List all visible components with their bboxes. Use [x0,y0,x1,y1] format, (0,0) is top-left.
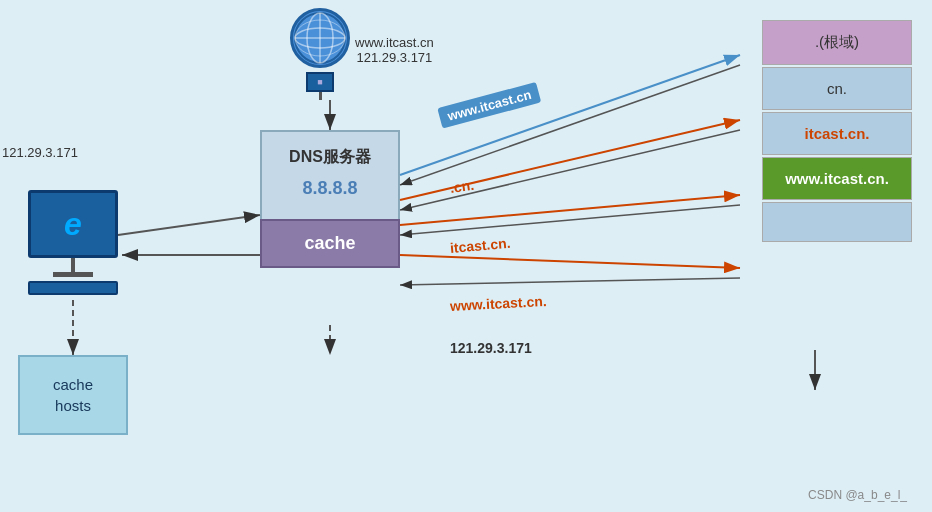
monitor-stand [71,258,75,272]
panel-itcast-cn: itcast.cn. [762,112,912,155]
arrow-label-www-itcast-blue: www.itcast.cn [437,82,541,129]
diagram: ■ www.itcast.cn 121.29.3.171 e 121.29.3.… [0,0,932,512]
arrow-label-itcast-cn: itcast.cn. [449,235,511,256]
arrow-label-cn: .cn. [449,177,475,196]
dns-cache-section: cache [260,219,400,268]
client-computer: e [28,190,118,295]
panel-cn: cn. [762,67,912,110]
globe-hostname: www.itcast.cn [355,35,434,50]
svg-line-15 [400,195,740,225]
ie-icon: e [64,206,82,243]
globe-ip: 121.29.3.171 [355,50,434,65]
arrow-label-www-itcast-red: www.itcast.cn. [450,293,547,314]
dns-server-box: DNS服务器 8.8.8.8 cache [260,130,400,268]
svg-line-8 [118,215,260,235]
keyboard [28,281,118,295]
cache-hosts-label: cachehosts [53,374,93,416]
panel-root: .(根域) [762,20,912,65]
cache-hosts-box: cachehosts [18,355,128,435]
dns-upper-section: DNS服务器 8.8.8.8 [260,130,400,219]
panel-bottom [762,202,912,242]
panel-www: www.itcast.cn. [762,157,912,200]
dns-title: DNS服务器 [272,147,388,168]
globe-label: www.itcast.cn 121.29.3.171 [355,35,434,65]
svg-line-18 [400,278,740,285]
cache-label: cache [272,233,388,254]
globe-element: ■ [290,8,350,100]
svg-line-17 [400,255,740,268]
dns-hierarchy-panel: .(根域) cn. itcast.cn. www.itcast.cn. [762,20,912,244]
monitor-base [53,272,93,277]
globe-icon [290,8,350,68]
watermark: CSDN @a_b_e_l_ [808,488,907,502]
arrow-label-ip: 121.29.3.171 [450,340,532,356]
monitor-screen: e [28,190,118,258]
client-ip-label: 121.29.3.171 [2,145,78,160]
svg-line-14 [400,130,740,210]
svg-line-16 [400,205,740,235]
dns-ip: 8.8.8.8 [272,178,388,199]
